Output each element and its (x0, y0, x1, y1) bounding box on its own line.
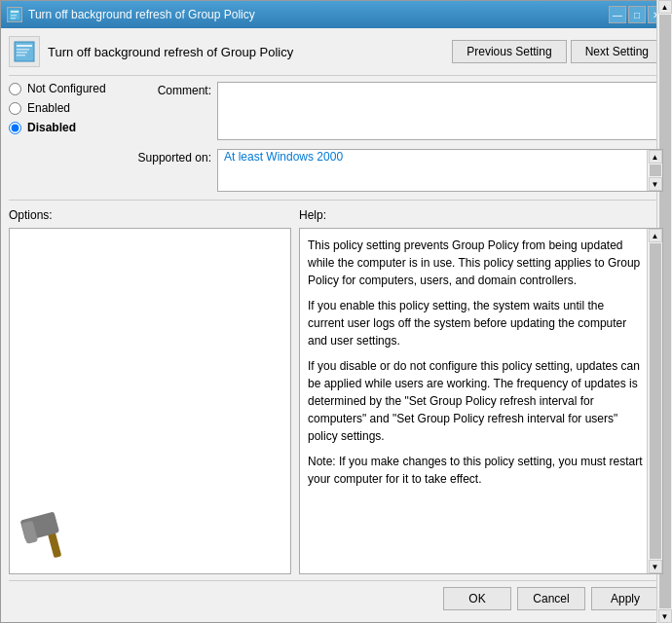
content-area: Turn off background refresh of Group Pol… (1, 28, 671, 622)
supported-scroll-thumb[interactable] (650, 165, 661, 176)
help-panel: This policy setting prevents Group Polic… (299, 228, 663, 574)
previous-setting-button[interactable]: Previous Setting (452, 40, 566, 63)
help-title: Help: (299, 208, 326, 222)
window-icon (7, 7, 22, 22)
scroll-down-arrow[interactable]: ▼ (658, 609, 672, 622)
svg-rect-7 (17, 52, 27, 54)
svg-rect-1 (11, 11, 19, 13)
maximize-button[interactable]: □ (628, 6, 646, 23)
enabled-label: Enabled (27, 101, 70, 115)
svg-rect-3 (11, 18, 16, 19)
comment-textarea[interactable] (217, 82, 663, 140)
enabled-radio[interactable]: Enabled (9, 101, 126, 115)
options-box (9, 228, 291, 574)
help-scroll-thumb[interactable] (650, 243, 661, 559)
not-configured-radio[interactable]: Not Configured (9, 82, 126, 95)
supported-scroll-up[interactable]: ▲ (649, 150, 662, 164)
main-window: Turn off background refresh of Group Pol… (0, 0, 672, 623)
svg-rect-8 (17, 55, 25, 56)
footer: OK Cancel Apply (9, 580, 663, 614)
comment-row: Comment: ▲ ▼ (133, 82, 663, 143)
options-title: Options: (9, 208, 53, 222)
comment-textarea-wrap (217, 82, 663, 143)
bottom-section: This policy setting prevents Group Polic… (9, 228, 663, 574)
apply-button[interactable]: Apply (591, 587, 659, 610)
svg-rect-6 (17, 49, 29, 51)
right-section: Comment: ▲ ▼ Supported on: At least Wind… (133, 82, 663, 192)
svg-rect-2 (11, 15, 17, 17)
main-section: Not Configured Enabled Disabled Comment: (9, 82, 663, 192)
supported-text: At least Windows 2000 (218, 146, 349, 167)
help-paragraph-2: If you enable this policy setting, the s… (308, 297, 643, 349)
minimize-button[interactable]: — (609, 6, 626, 23)
supported-scroll-down[interactable]: ▼ (649, 177, 662, 191)
next-setting-button[interactable]: Next Setting (571, 40, 663, 63)
supported-scrollbar[interactable]: ▲ ▼ (647, 150, 662, 191)
disabled-radio[interactable]: Disabled (9, 121, 126, 134)
not-configured-label: Not Configured (27, 82, 106, 95)
radio-group: Not Configured Enabled Disabled (9, 82, 126, 192)
help-scroll-down[interactable]: ▼ (649, 560, 662, 573)
cancel-button[interactable]: Cancel (517, 587, 585, 610)
help-scrollbar[interactable]: ▲ ▼ (647, 229, 662, 573)
help-text-content: This policy setting prevents Group Polic… (300, 229, 662, 573)
help-box: This policy setting prevents Group Polic… (299, 228, 663, 574)
help-paragraph-3: If you disable or do not configure this … (308, 357, 643, 445)
title-bar: Turn off background refresh of Group Pol… (1, 1, 671, 28)
options-panel (9, 228, 291, 574)
ok-button[interactable]: OK (443, 587, 511, 610)
header-buttons: Previous Setting Next Setting (452, 40, 663, 63)
header-icon (9, 36, 40, 67)
disabled-label: Disabled (27, 121, 76, 134)
supported-box: At least Windows 2000 ▲ ▼ (217, 149, 663, 192)
help-paragraph-4: Note: If you make changes to this policy… (308, 453, 643, 488)
header-title: Turn off background refresh of Group Pol… (48, 45, 444, 59)
panel-titles-row: Options: Help: (9, 208, 663, 222)
help-paragraph-1: This policy setting prevents Group Polic… (308, 237, 643, 289)
help-scroll-up[interactable]: ▲ (649, 229, 662, 242)
supported-section: Supported on: At least Windows 2000 ▲ ▼ (133, 149, 663, 192)
hammer-icon (9, 491, 93, 574)
svg-rect-5 (17, 45, 32, 47)
comment-label: Comment: (133, 82, 211, 97)
divider (9, 200, 663, 201)
title-bar-text: Turn off background refresh of Group Pol… (28, 8, 603, 21)
supported-label: Supported on: (133, 149, 211, 165)
header-row: Turn off background refresh of Group Pol… (9, 36, 663, 76)
